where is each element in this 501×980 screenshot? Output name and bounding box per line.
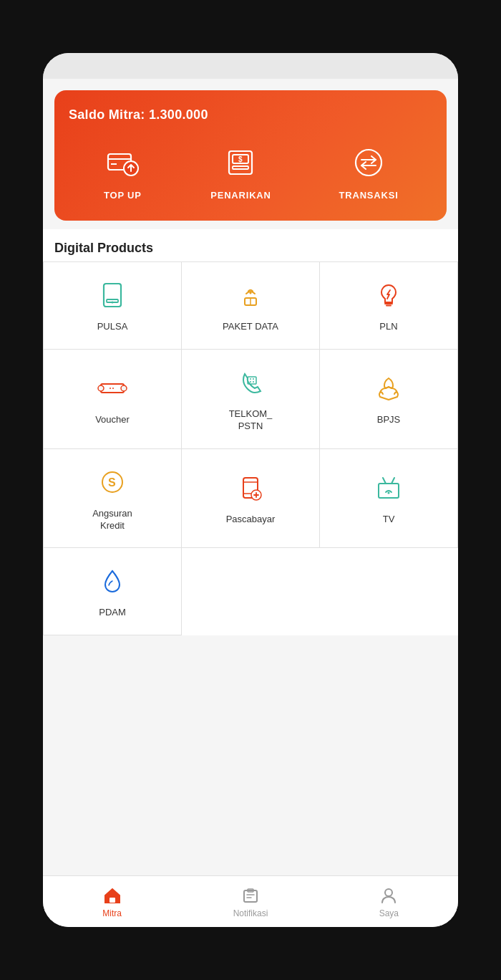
product-item-pascabayar[interactable]: Pascabayar (182, 449, 320, 549)
svg-text:$: $ (238, 155, 243, 163)
saldo-label: Saldo Mitra: 1.300.000 (69, 107, 432, 123)
product-item-paket-data[interactable]: PAKET DATA (182, 262, 320, 350)
pulsa-label: PULSA (97, 321, 128, 333)
mitra-icon (102, 885, 122, 905)
svg-point-22 (121, 385, 127, 391)
svg-rect-8 (233, 166, 248, 169)
scroll-content: Saldo Mitra: 1.300.000 (43, 79, 458, 875)
svg-point-25 (250, 378, 251, 380)
svg-point-28 (253, 381, 254, 383)
svg-point-14 (112, 302, 114, 304)
hero-card: Saldo Mitra: 1.300.000 (54, 90, 447, 221)
voucher-icon (95, 371, 130, 405)
product-item-angsuran-kredit[interactable]: S Angsuran Kredit (44, 449, 182, 549)
product-item-bpjs[interactable]: BPJS (320, 350, 458, 449)
nav-saya-label: Saya (379, 908, 399, 918)
top-up-icon (102, 143, 142, 183)
products-grid: PULSA (43, 261, 458, 635)
telkom-pstn-label: TELKOM_ PSTN (229, 408, 273, 433)
bottom-nav: Mitra Notifikasi (43, 875, 458, 927)
transaksi-label: TRANSAKSI (339, 190, 399, 201)
penarikan-button[interactable]: $ PENARIKAN (210, 143, 271, 201)
angsuran-kredit-label: Angsuran Kredit (92, 508, 132, 532)
svg-point-26 (253, 378, 254, 380)
product-item-voucher[interactable]: Voucher (44, 350, 182, 449)
svg-point-9 (356, 150, 381, 176)
voucher-label: Voucher (95, 414, 130, 426)
penarikan-icon: $ (220, 143, 261, 183)
svg-point-40 (388, 492, 390, 494)
digital-products-section: Digital Products PULSA (43, 229, 458, 635)
section-title: Digital Products (43, 229, 458, 261)
pulsa-icon (95, 278, 130, 312)
nav-notifikasi-label: Notifikasi (233, 908, 268, 918)
hero-actions: TOP UP $ (69, 143, 432, 201)
pdam-label: PDAM (99, 607, 126, 619)
product-item-pdam[interactable]: PDAM (44, 548, 182, 635)
bpjs-label: BPJS (377, 414, 401, 426)
nav-mitra[interactable]: Mitra (43, 885, 181, 918)
svg-line-39 (391, 478, 394, 484)
angsuran-kredit-icon: S (95, 465, 130, 499)
transaksi-button[interactable]: TRANSAKSI (339, 143, 399, 201)
svg-line-38 (383, 478, 386, 484)
svg-point-27 (250, 381, 251, 383)
nav-notifikasi[interactable]: Notifikasi (181, 885, 319, 918)
penarikan-label: PENARIKAN (210, 190, 271, 201)
top-up-label: TOP UP (104, 190, 142, 201)
product-item-telkom-pstn[interactable]: TELKOM_ PSTN (182, 350, 320, 449)
svg-point-17 (250, 292, 252, 294)
pln-label: PLN (379, 321, 397, 333)
saya-icon (379, 885, 399, 905)
product-item-pln[interactable]: PLN (320, 262, 458, 350)
svg-text:S: S (108, 476, 116, 489)
product-item-tv[interactable]: TV (320, 449, 458, 549)
paket-data-label: PAKET DATA (223, 321, 278, 333)
svg-rect-41 (110, 898, 115, 903)
pln-icon (371, 278, 406, 312)
pdam-icon (95, 564, 130, 598)
pascabayar-label: Pascabayar (226, 514, 276, 526)
svg-point-46 (385, 889, 392, 896)
svg-point-21 (98, 385, 104, 391)
bpjs-icon (371, 371, 406, 405)
notifikasi-icon (240, 885, 261, 905)
top-up-button[interactable]: TOP UP (102, 143, 142, 201)
phone-wrapper: Saldo Mitra: 1.300.000 (0, 0, 501, 980)
telkom-pstn-icon (233, 365, 268, 400)
tv-label: TV (383, 514, 395, 526)
paket-data-icon (233, 278, 268, 312)
status-bar (43, 53, 458, 79)
product-item-pulsa[interactable]: PULSA (44, 262, 182, 350)
nav-mitra-label: Mitra (102, 908, 122, 918)
transaksi-icon (349, 143, 389, 183)
pascabayar-icon (233, 471, 268, 505)
tv-icon (371, 471, 406, 505)
phone-screen: Saldo Mitra: 1.300.000 (43, 53, 458, 927)
nav-saya[interactable]: Saya (320, 885, 458, 918)
